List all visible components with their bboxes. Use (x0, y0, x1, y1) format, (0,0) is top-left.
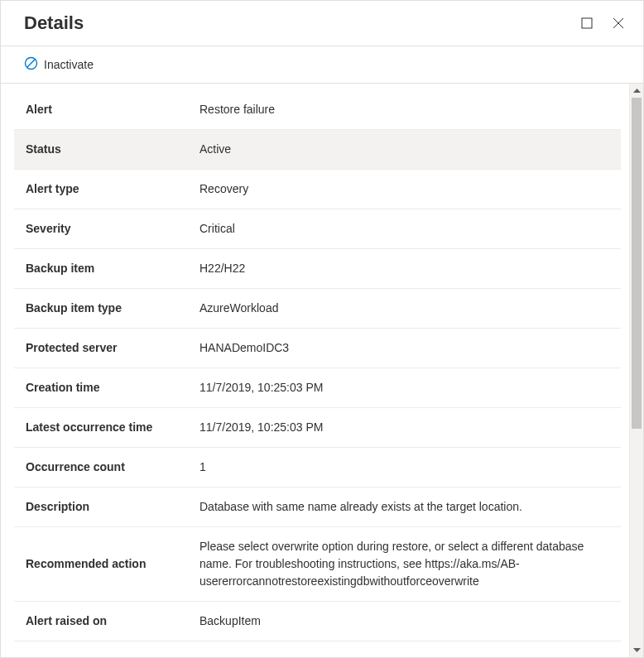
scrollbar[interactable] (629, 84, 643, 657)
svg-rect-0 (582, 18, 592, 28)
table-row: Protected serverHANADemoIDC3 (14, 329, 621, 368)
prohibit-icon (24, 56, 38, 73)
row-label: Creation time (14, 368, 188, 408)
row-label: Alert type (14, 170, 188, 209)
row-label: Alert raised on (14, 602, 188, 641)
row-label: Backup item type (14, 289, 188, 329)
row-label: Status (14, 130, 188, 170)
row-value: AzureWorkload (188, 289, 621, 329)
row-value: HANADemoIDC3 (188, 329, 621, 368)
toolbar: Inactivate (1, 46, 643, 84)
scroll-up-icon[interactable] (630, 84, 643, 98)
row-label: Alert (14, 90, 188, 130)
row-value: 11/7/2019, 10:25:03 PM (188, 368, 621, 408)
svg-marker-5 (633, 89, 641, 93)
close-icon[interactable] (612, 17, 625, 30)
inactivate-button[interactable]: Inactivate (24, 56, 94, 73)
scrollbar-thumb[interactable] (632, 98, 642, 429)
row-value: Database with same name already exists a… (188, 487, 621, 527)
details-window: Details Inactivate AlertRestore failureS… (0, 0, 644, 658)
window-controls (580, 17, 625, 30)
table-row: Creation time11/7/2019, 10:25:03 PM (14, 368, 621, 408)
table-row: Backup item typeAzureWorkload (14, 289, 621, 329)
row-label: Backup item (14, 249, 188, 289)
window-title: Details (24, 12, 84, 34)
maximize-icon[interactable] (580, 17, 594, 30)
row-label: Occurrence count (14, 448, 188, 487)
row-value: BackupItem (188, 602, 621, 641)
details-content: AlertRestore failureStatusActiveAlert ty… (1, 84, 629, 657)
row-value: Critical (188, 209, 621, 249)
row-value: H22/H22 (188, 249, 621, 289)
row-value: Please select overwrite option during re… (188, 527, 621, 602)
row-value: Recovery (188, 170, 621, 209)
row-label: Recommended action (14, 527, 188, 602)
row-value: Restore failure (188, 90, 621, 130)
table-row: Alert raised onBackupItem (14, 602, 621, 641)
table-row: AlertRestore failure (14, 90, 621, 130)
table-row: Occurrence count1 (14, 448, 621, 487)
row-value: 1 (188, 448, 621, 487)
table-row: StatusActive (14, 130, 621, 170)
svg-line-4 (27, 60, 36, 68)
row-label: Latest occurrence time (14, 408, 188, 448)
table-row: Recommended actionPlease select overwrit… (14, 527, 621, 602)
row-value: 11/7/2019, 10:25:03 PM (188, 408, 621, 448)
titlebar: Details (1, 1, 643, 46)
table-row: Latest occurrence time11/7/2019, 10:25:0… (14, 408, 621, 448)
table-row: Backup itemH22/H22 (14, 249, 621, 289)
row-value: Active (188, 130, 621, 170)
svg-marker-6 (633, 648, 641, 652)
scroll-down-icon[interactable] (630, 643, 643, 657)
table-row: Alert typeRecovery (14, 170, 621, 209)
row-label: Protected server (14, 329, 188, 368)
row-label: Severity (14, 209, 188, 249)
table-row: SeverityCritical (14, 209, 621, 249)
content-wrap: AlertRestore failureStatusActiveAlert ty… (1, 84, 643, 657)
inactivate-label: Inactivate (44, 58, 94, 71)
row-label: Description (14, 487, 188, 527)
table-row: DescriptionDatabase with same name alrea… (14, 487, 621, 527)
details-table: AlertRestore failureStatusActiveAlert ty… (14, 90, 621, 641)
